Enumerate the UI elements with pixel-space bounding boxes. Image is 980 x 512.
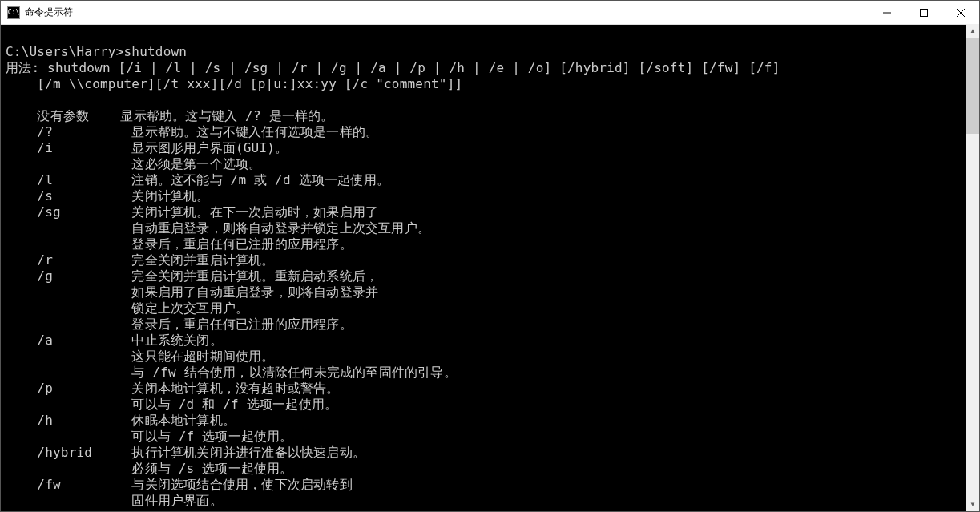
- maximize-icon: [920, 9, 928, 17]
- vertical-scrollbar[interactable]: ▲ ▼: [966, 24, 979, 511]
- scrollbar-thumb[interactable]: [966, 38, 979, 134]
- terminal-content[interactable]: C:\Users\Harry>shutdown 用法: shutdown [/i…: [1, 25, 979, 511]
- titlebar: C:\ 命令提示符: [1, 1, 979, 25]
- scroll-down-arrow[interactable]: ▼: [966, 498, 979, 511]
- window-controls: [869, 1, 979, 24]
- minimize-icon: [883, 9, 891, 17]
- app-icon: C:\: [7, 6, 20, 19]
- window-title: 命令提示符: [25, 6, 869, 19]
- scrollbar-track[interactable]: [966, 38, 979, 498]
- scroll-up-arrow[interactable]: ▲: [966, 24, 979, 38]
- svg-rect-1: [921, 9, 928, 16]
- close-button[interactable]: [942, 1, 979, 24]
- maximize-button[interactable]: [905, 1, 942, 24]
- close-icon: [957, 9, 965, 17]
- minimize-button[interactable]: [869, 1, 905, 24]
